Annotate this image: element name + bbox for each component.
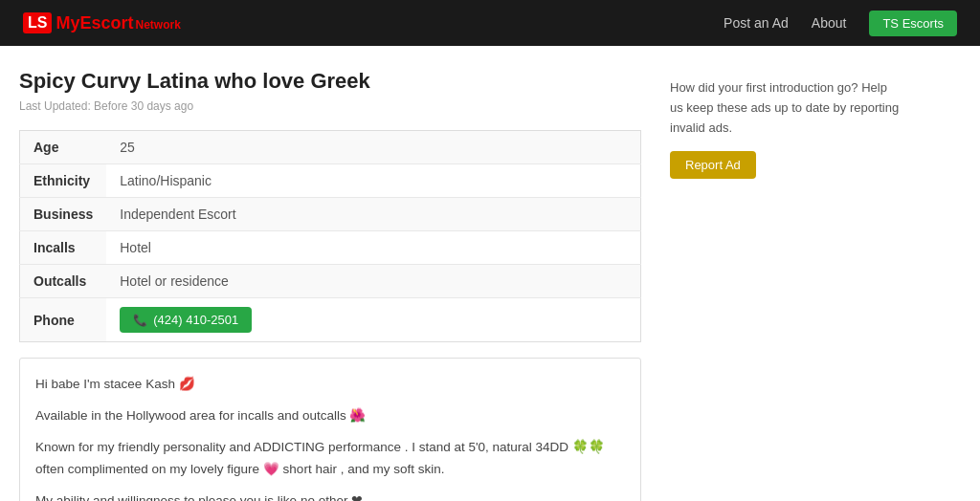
field-value: 25 bbox=[106, 131, 640, 164]
page-container: Spicy Curvy Latina who love Greek Last U… bbox=[0, 46, 980, 501]
field-label: Outcalls bbox=[20, 265, 107, 298]
table-row: OutcallsHotel or residence bbox=[20, 265, 641, 298]
header: LS MyEscortNetwork Post an Ad About TS E… bbox=[0, 0, 980, 46]
field-value: Hotel or residence bbox=[106, 265, 640, 298]
table-row: BusinessIndependent Escort bbox=[20, 198, 641, 231]
logo-icon: LS bbox=[23, 12, 52, 33]
logo-network: Network bbox=[136, 18, 181, 32]
info-table: Age25EthnicityLatino/HispanicBusinessInd… bbox=[19, 130, 641, 342]
post-ad-link[interactable]: Post an Ad bbox=[724, 15, 789, 31]
field-value: Hotel bbox=[106, 231, 640, 265]
phone-icon: 📞 bbox=[133, 314, 147, 327]
phone-button[interactable]: 📞(424) 410-2501 bbox=[120, 307, 252, 333]
logo-text: MyEscortNetwork bbox=[56, 13, 180, 33]
logo: LS MyEscortNetwork bbox=[23, 12, 181, 33]
logo-my: My bbox=[56, 13, 79, 33]
sidebar: How did your first introduction go? Help… bbox=[670, 69, 900, 501]
description-paragraph: My ability and willingness to please you… bbox=[35, 490, 625, 501]
table-row: Age25 bbox=[20, 131, 641, 164]
phone-number: (424) 410-2501 bbox=[153, 313, 238, 327]
report-ad-button[interactable]: Report Ad bbox=[670, 151, 756, 179]
sidebar-report-text: How did your first introduction go? Help… bbox=[670, 78, 900, 138]
table-row: Phone📞(424) 410-2501 bbox=[20, 298, 641, 342]
about-link[interactable]: About bbox=[812, 15, 847, 31]
page-title: Spicy Curvy Latina who love Greek bbox=[19, 69, 641, 94]
logo-escort: Escort bbox=[79, 13, 133, 33]
field-label: Phone bbox=[20, 298, 107, 342]
table-row: IncallsHotel bbox=[20, 231, 641, 265]
last-updated: Last Updated: Before 30 days ago bbox=[19, 99, 641, 113]
field-value: 📞(424) 410-2501 bbox=[106, 298, 640, 342]
description-paragraph: Available in the Hollywood area for inca… bbox=[35, 405, 625, 427]
field-value: Independent Escort bbox=[106, 198, 640, 231]
field-label: Ethnicity bbox=[20, 164, 107, 198]
field-label: Age bbox=[20, 131, 107, 164]
field-label: Business bbox=[20, 198, 107, 231]
main-content: Spicy Curvy Latina who love Greek Last U… bbox=[19, 69, 641, 501]
main-nav: Post an Ad About TS Escorts bbox=[724, 11, 957, 36]
description-paragraph: Hi babe I'm stacee Kash 💋 bbox=[35, 374, 625, 396]
table-row: EthnicityLatino/Hispanic bbox=[20, 164, 641, 198]
description-paragraph: Known for my friendly personality and AD… bbox=[35, 437, 625, 481]
field-label: Incalls bbox=[20, 231, 107, 265]
description-box: Hi babe I'm stacee Kash 💋Available in th… bbox=[19, 358, 641, 501]
ts-escorts-button[interactable]: TS Escorts bbox=[869, 11, 957, 36]
field-value: Latino/Hispanic bbox=[106, 164, 640, 198]
